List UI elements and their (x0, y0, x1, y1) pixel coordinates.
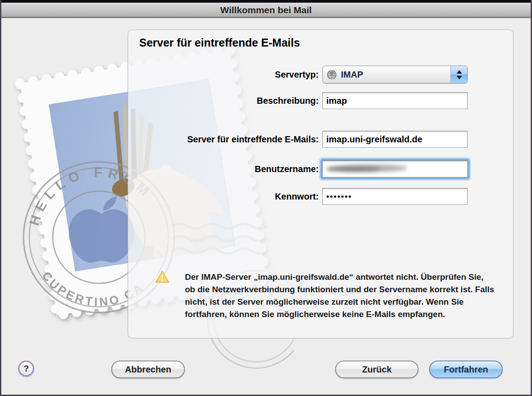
row-password: Kennwort: (128, 188, 513, 205)
window-titlebar[interactable]: Willkommen bei Mail (1, 3, 531, 18)
popup-stepper[interactable] (450, 66, 467, 83)
window-title: Willkommen bei Mail (1, 3, 531, 17)
description-input[interactable] (322, 92, 468, 109)
username-focus-ring (322, 161, 468, 177)
row-servertype: Servertyp: IMAP (128, 66, 513, 83)
warning-text: Der IMAP-Server „imap.uni-greifswald.de“… (185, 271, 495, 321)
continue-button[interactable]: Fortfahren (429, 361, 503, 378)
password-input[interactable] (322, 188, 468, 205)
cancel-button[interactable]: Abbrechen (111, 361, 185, 378)
servertype-popup[interactable]: IMAP (322, 66, 468, 83)
globe-icon (327, 70, 337, 80)
chevron-up-icon (457, 70, 462, 74)
back-button[interactable]: Zurück (335, 361, 419, 378)
help-button[interactable]: ? (18, 361, 34, 376)
username-label: Benutzername: (128, 164, 322, 174)
username-input[interactable] (322, 161, 468, 177)
incoming-server-label: Server für eintreffende E-Mails: (128, 134, 322, 145)
dialog-heading: Server für eintreffende E-Mails (139, 36, 300, 49)
description-label: Beschreibung: (128, 96, 322, 106)
row-incoming-server: Server für eintreffende E-Mails: (128, 131, 513, 148)
row-username: Benutzername: (128, 161, 513, 177)
password-label: Kennwort: (128, 192, 322, 202)
mail-welcome-window: Willkommen bei Mail (0, 0, 532, 396)
apple-logo (69, 196, 134, 263)
chevron-down-icon (457, 76, 462, 79)
row-description: Beschreibung: (128, 92, 513, 109)
dialog-panel: Server für eintreffende E-Mails Serverty… (128, 30, 513, 338)
warning-triangle-icon (155, 270, 170, 284)
servertype-value: IMAP (341, 70, 363, 80)
incoming-server-input[interactable] (322, 131, 468, 148)
servertype-label: Servertyp: (128, 70, 322, 80)
